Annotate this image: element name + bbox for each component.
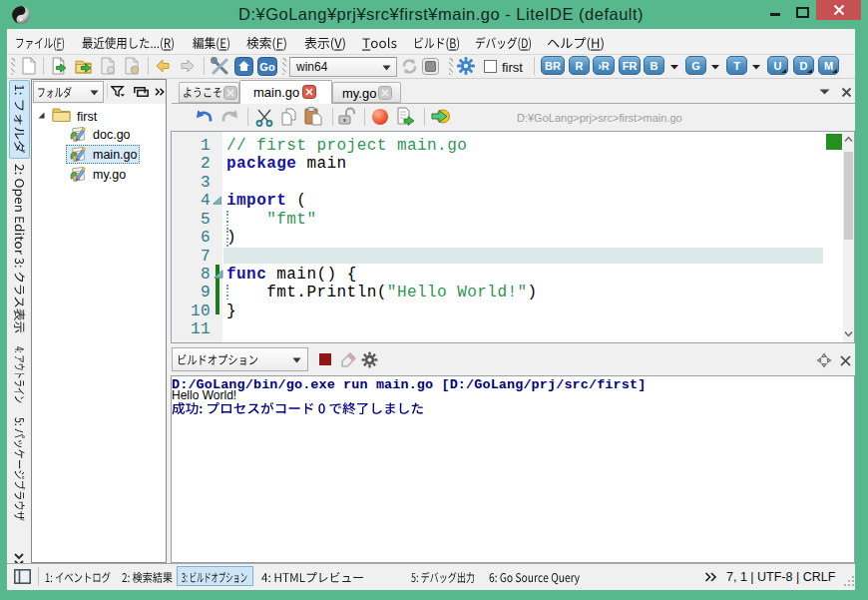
svg-text:D: D (800, 60, 808, 72)
svg-text:M: M (824, 60, 833, 72)
svg-text:B: B (651, 60, 658, 72)
svg-text:T: T (733, 60, 740, 72)
svg-text:›R: ›R (598, 60, 610, 72)
svg-text:BR: BR (545, 60, 561, 72)
svg-text:R: R (576, 60, 584, 72)
svg-text:U: U (774, 60, 782, 72)
svg-text:G: G (691, 60, 700, 72)
svg-text:Go: Go (259, 61, 275, 73)
svg-text:FR: FR (623, 60, 638, 72)
